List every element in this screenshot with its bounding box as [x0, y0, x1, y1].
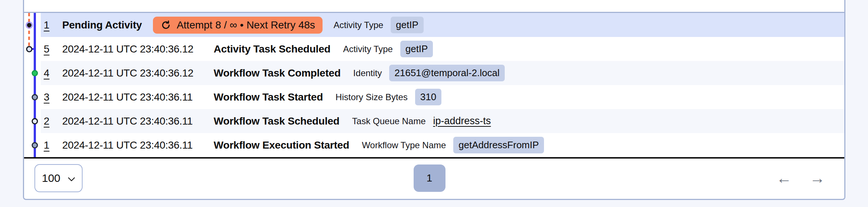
event-timestamp: 2024-12-11 UTC 23:40:36.11: [62, 115, 197, 127]
page-size-select[interactable]: 100: [34, 164, 83, 192]
timeline-marker-wf-started: [32, 142, 38, 148]
event-row-workflow-task-started[interactable]: 3 2024-12-11 UTC 23:40:36.11 Workflow Ta…: [41, 85, 844, 109]
event-name: Pending Activity: [62, 19, 142, 31]
page-size-value: 100: [42, 172, 60, 184]
timeline-line: [34, 13, 36, 157]
timeline-marker-completed: [32, 70, 38, 76]
pagination-arrows: ← →: [776, 170, 825, 186]
event-history-card: 1 Pending Activity Attempt 8 / ∞ • Next …: [23, 0, 845, 200]
attr-value-badge: getAddressFromIP: [453, 137, 544, 153]
event-name: Activity Task Scheduled: [214, 43, 330, 55]
retry-badge-label: Attempt 8 / ∞ • Next Retry 48s: [177, 19, 315, 31]
event-id-link[interactable]: 1: [44, 19, 53, 31]
event-row-workflow-task-completed[interactable]: 4 2024-12-11 UTC 23:40:36.12 Workflow Ta…: [41, 61, 844, 85]
event-name: Workflow Task Scheduled: [214, 115, 340, 127]
event-name: Workflow Task Started: [214, 91, 323, 103]
event-timestamp: 2024-12-11 UTC 23:40:36.12: [62, 43, 197, 55]
page-1-button[interactable]: 1: [414, 164, 445, 192]
retry-badge: Attempt 8 / ∞ • Next Retry 48s: [153, 17, 323, 34]
event-name: Workflow Task Completed: [214, 67, 341, 79]
timeline-marker-scheduled: [26, 46, 33, 52]
attr-value-badge: getIP: [400, 41, 433, 57]
timeline-marker-started: [32, 94, 38, 100]
attr-value-link[interactable]: ip-address-ts: [433, 115, 491, 127]
table-header-strip: [24, 0, 844, 13]
attr-label: Task Queue Name: [352, 116, 426, 126]
attr-label: Activity Type: [334, 20, 383, 30]
event-id-link[interactable]: 2: [44, 115, 53, 127]
retry-icon: [160, 20, 171, 31]
pagination-bar: 100 1 ← →: [24, 159, 844, 198]
attr-label: Activity Type: [343, 44, 393, 54]
event-row-workflow-execution-started[interactable]: 1 2024-12-11 UTC 23:40:36.11 Workflow Ex…: [41, 133, 844, 157]
attr-value-badge: getIP: [391, 17, 424, 33]
event-timestamp: 2024-12-11 UTC 23:40:36.11: [62, 91, 197, 103]
arrow-right-icon[interactable]: →: [809, 170, 825, 186]
event-row-workflow-task-scheduled[interactable]: 2 2024-12-11 UTC 23:40:36.11 Workflow Ta…: [41, 109, 844, 133]
event-id-link[interactable]: 4: [44, 67, 53, 79]
event-history-table: 1 Pending Activity Attempt 8 / ∞ • Next …: [24, 13, 844, 157]
timeline-marker-wf-scheduled: [32, 118, 38, 124]
attr-label: Identity: [353, 68, 382, 78]
chevron-down-icon: [68, 172, 75, 184]
event-name: Workflow Execution Started: [214, 139, 349, 151]
event-row-activity-task-scheduled[interactable]: 5 2024-12-11 UTC 23:40:36.12 Activity Ta…: [41, 37, 844, 61]
event-id-link[interactable]: 3: [44, 91, 53, 103]
event-id-link[interactable]: 5: [44, 43, 53, 55]
event-timestamp: 2024-12-11 UTC 23:40:36.12: [62, 67, 197, 79]
event-row-pending-activity[interactable]: 1 Pending Activity Attempt 8 / ∞ • Next …: [41, 13, 844, 37]
attr-label: Workflow Type Name: [362, 140, 446, 150]
event-timestamp: 2024-12-11 UTC 23:40:36.11: [62, 139, 197, 151]
attr-value-badge: 21651@temporal-2.local: [389, 65, 505, 81]
event-id-link[interactable]: 1: [44, 139, 53, 151]
arrow-left-icon[interactable]: ←: [776, 170, 792, 186]
attr-value-badge: 310: [415, 89, 441, 105]
attr-label: History Size Bytes: [335, 92, 408, 102]
timeline-marker-pending: [27, 23, 31, 27]
